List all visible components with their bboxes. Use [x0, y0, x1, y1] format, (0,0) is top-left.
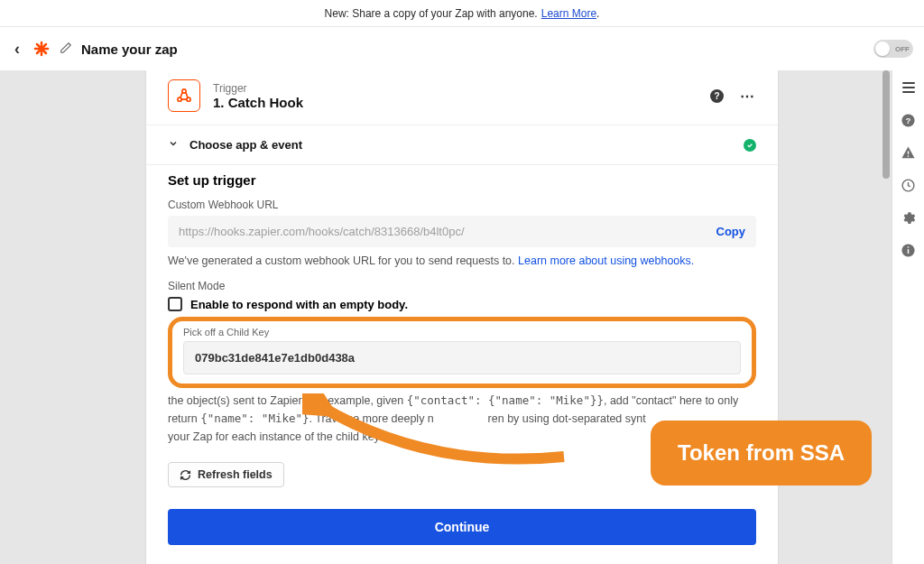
toggle-knob: [875, 42, 890, 56]
setup-heading: Set up trigger: [168, 172, 756, 188]
topbar-left: ‹ Name your zap: [11, 40, 178, 59]
topbar: ‹ Name your zap OFF: [0, 27, 924, 70]
silent-mode-checkbox[interactable]: [168, 297, 182, 311]
svg-text:?: ?: [906, 116, 911, 125]
card-header-actions: ? ⋯: [710, 88, 756, 105]
zapier-logo-icon: [32, 40, 51, 58]
exp-part: . Traverse more deeply n: [310, 412, 434, 425]
url-label: Custom Webhook URL: [168, 199, 756, 211]
childkey-label: Pick off a Child Key: [183, 327, 741, 337]
svg-rect-14: [908, 246, 909, 247]
more-icon[interactable]: ⋯: [740, 88, 756, 105]
announcement-bar: New: Share a copy of your Zap with anyon…: [0, 0, 924, 27]
trigger-card: Trigger 1. Catch Hook ? ⋯ Choose app & e…: [146, 70, 778, 564]
step-meta: Trigger 1. Catch Hook: [213, 82, 698, 110]
silent-label: Silent Mode: [168, 280, 756, 292]
sidepanel-info-icon[interactable]: [901, 242, 917, 258]
chevron-down-icon: [168, 138, 179, 152]
scrollbar-thumb[interactable]: [882, 70, 890, 179]
url-hint: We've generated a custom webhook URL for…: [168, 254, 756, 267]
toggle-label: OFF: [895, 45, 910, 53]
announcement-link[interactable]: Learn More: [541, 7, 596, 20]
childkey-highlight: Pick off a Child Key: [168, 317, 756, 388]
silent-mode-text: Enable to respond with an empty body.: [190, 298, 408, 311]
workspace: Trigger 1. Catch Hook ? ⋯ Choose app & e…: [0, 70, 924, 564]
pencil-icon[interactable]: [60, 42, 72, 57]
childkey-input[interactable]: [183, 341, 741, 374]
exp-code: {"name": "Mike"}: [200, 411, 309, 425]
publish-toggle[interactable]: OFF: [873, 40, 913, 58]
svg-rect-9: [908, 151, 909, 154]
copy-button[interactable]: Copy: [716, 225, 746, 238]
card-body: Set up trigger Custom Webhook URL https:…: [146, 165, 778, 564]
announcement-text: New: Share a copy of your Zap with anyon…: [325, 7, 538, 20]
check-icon: [744, 139, 756, 152]
zap-name[interactable]: Name your zap: [81, 42, 178, 57]
silent-mode-row: Enable to respond with an empty body.: [168, 297, 756, 311]
refresh-fields-button[interactable]: Refresh fields: [168, 462, 284, 487]
sidepanel-settings-icon[interactable]: [901, 209, 917, 226]
url-hint-text: We've generated a custom webhook URL for…: [168, 254, 518, 267]
svg-rect-10: [908, 155, 909, 156]
back-button[interactable]: ‹: [11, 40, 23, 59]
exp-part: your Zap for each instance of the child …: [168, 430, 382, 443]
step-type-label: Trigger: [213, 82, 698, 95]
url-hint-link[interactable]: Learn more about using webhooks.: [518, 254, 694, 267]
exp-code: {"contact": {"name": "Mike"}}: [407, 393, 604, 407]
webhook-url-value: https://hooks.zapier.com/hooks/catch/831…: [179, 225, 716, 238]
right-sidepanel: ?: [892, 70, 924, 564]
sidepanel-outline-icon[interactable]: [901, 79, 917, 96]
webhook-url-row: https://hooks.zapier.com/hooks/catch/831…: [168, 216, 756, 247]
sidepanel-alert-icon[interactable]: [901, 144, 917, 161]
refresh-icon: [180, 469, 191, 481]
svg-rect-13: [908, 249, 909, 254]
accordion-title: Choose app & event: [189, 138, 733, 152]
sidepanel-help-icon[interactable]: ?: [901, 112, 917, 128]
accordion-choose-app[interactable]: Choose app & event: [146, 125, 778, 164]
annotation-callout: Token from SSA: [652, 422, 870, 484]
webhook-app-icon: [168, 79, 200, 112]
exp-part: ren by using dot-separated synt: [488, 412, 646, 425]
step-title: 1. Catch Hook: [213, 95, 698, 110]
help-icon[interactable]: ?: [710, 89, 724, 103]
continue-button[interactable]: Continue: [168, 509, 756, 545]
exp-part: the object(s) sent to Zapier. For exampl…: [168, 394, 407, 407]
card-header: Trigger 1. Catch Hook ? ⋯: [146, 70, 778, 125]
sidepanel-history-icon[interactable]: [901, 177, 917, 193]
refresh-label: Refresh fields: [198, 468, 273, 481]
